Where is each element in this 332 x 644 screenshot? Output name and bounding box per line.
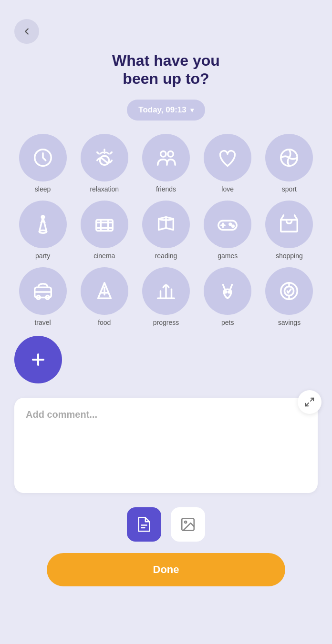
svg-point-20: [232, 225, 234, 227]
travel-icon: [19, 267, 67, 315]
travel-label: travel: [34, 319, 51, 326]
category-food[interactable]: food: [76, 267, 133, 326]
pets-icon: [204, 267, 251, 315]
progress-label: progress: [153, 319, 179, 326]
sport-label: sport: [282, 185, 297, 193]
svg-point-6: [168, 151, 174, 157]
svg-point-30: [228, 291, 230, 293]
back-button[interactable]: [14, 19, 39, 44]
category-shopping[interactable]: shopping: [261, 201, 318, 260]
games-label: games: [218, 252, 238, 260]
progress-icon: [142, 267, 190, 315]
date-label: Today, 09:13: [138, 105, 186, 115]
svg-point-9: [42, 216, 44, 219]
svg-line-4: [110, 152, 112, 153]
done-button[interactable]: Done: [47, 553, 285, 586]
category-savings[interactable]: savings: [261, 267, 318, 326]
food-icon: [81, 267, 128, 315]
svg-line-38: [306, 403, 309, 406]
category-games[interactable]: games: [199, 201, 256, 260]
cinema-label: cinema: [93, 252, 115, 260]
category-friends[interactable]: friends: [137, 134, 194, 193]
document-button[interactable]: [127, 507, 161, 542]
svg-point-8: [39, 230, 46, 233]
love-label: love: [221, 185, 234, 193]
svg-point-29: [225, 291, 227, 293]
reading-icon: [142, 201, 190, 248]
love-icon: [204, 134, 251, 181]
category-sport[interactable]: sport: [261, 134, 318, 193]
party-label: party: [35, 252, 50, 260]
category-progress[interactable]: progress: [137, 267, 194, 326]
date-button[interactable]: Today, 09:13 ▾: [127, 100, 205, 121]
category-sleep[interactable]: sleep: [14, 134, 71, 193]
category-love[interactable]: love: [199, 134, 256, 193]
comment-placeholder: Add comment...: [26, 409, 97, 420]
relaxation-icon: [81, 134, 128, 181]
category-relaxation[interactable]: relaxation: [76, 134, 133, 193]
svg-line-3: [97, 152, 98, 153]
sleep-label: sleep: [35, 185, 51, 193]
category-pets[interactable]: pets: [199, 267, 256, 326]
svg-point-5: [160, 151, 166, 157]
screen: What have you been up to? Today, 09:13 ▾…: [0, 0, 332, 644]
add-row: [14, 334, 318, 383]
category-reading[interactable]: reading: [137, 201, 194, 260]
add-category-button[interactable]: [14, 336, 62, 383]
food-label: food: [98, 319, 111, 326]
games-icon: [204, 201, 251, 248]
chevron-down-icon: ▾: [190, 106, 194, 114]
shopping-label: shopping: [276, 252, 303, 260]
svg-rect-10: [96, 220, 113, 231]
categories-grid: sleep relaxation: [14, 134, 318, 326]
cinema-icon: [81, 201, 128, 248]
comment-section[interactable]: Add comment...: [14, 398, 318, 493]
shopping-icon: [265, 201, 313, 248]
svg-point-42: [185, 521, 187, 523]
relaxation-label: relaxation: [90, 185, 119, 193]
svg-line-37: [311, 398, 313, 401]
action-buttons: [127, 507, 205, 542]
pets-label: pets: [221, 319, 234, 326]
friends-label: friends: [156, 185, 176, 193]
savings-label: savings: [278, 319, 301, 326]
category-party[interactable]: party: [14, 201, 71, 260]
page-title: What have you been up to?: [112, 51, 220, 88]
image-button[interactable]: [171, 507, 205, 542]
sport-icon: [265, 134, 313, 181]
reading-label: reading: [155, 252, 177, 260]
savings-icon: [265, 267, 313, 315]
svg-point-19: [229, 223, 231, 225]
friends-icon: [142, 134, 190, 181]
sleep-icon: [19, 134, 67, 181]
expand-button[interactable]: [298, 390, 322, 414]
category-travel[interactable]: travel: [14, 267, 71, 326]
category-cinema[interactable]: cinema: [76, 201, 133, 260]
party-icon: [19, 201, 67, 248]
